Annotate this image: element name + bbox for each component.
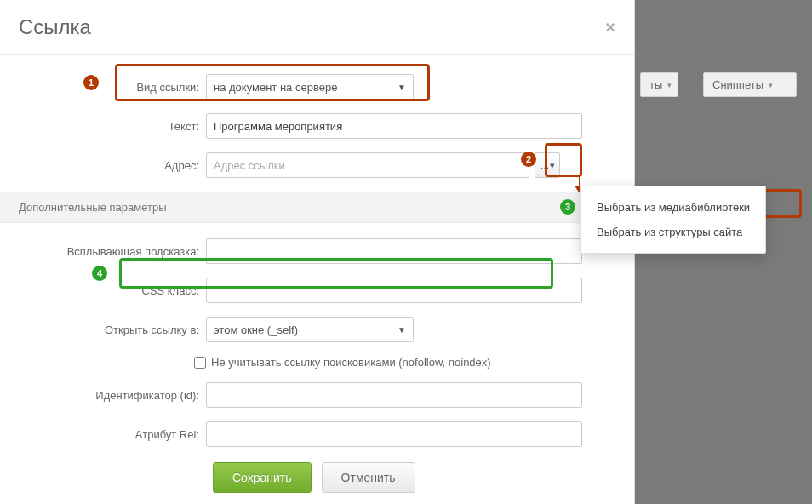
- input-text[interactable]: [206, 113, 582, 139]
- chevron-down-icon: ▾: [667, 81, 672, 89]
- ellipsis-icon: …▾: [540, 160, 555, 171]
- select-value: на документ на сервере: [214, 81, 337, 94]
- callout-badge-2: 2: [521, 152, 536, 167]
- select-open-in[interactable]: этом окне (_self) ▼: [206, 317, 414, 342]
- callout-badge-4: 4: [92, 266, 107, 281]
- chevron-down-icon: ▼: [397, 83, 406, 92]
- label-address: Адрес:: [19, 159, 206, 172]
- select-value: этом окне (_self): [214, 324, 298, 336]
- input-tooltip[interactable]: [206, 238, 582, 264]
- checkbox-nofollow[interactable]: [194, 357, 206, 369]
- label-nofollow: Не учитывать ссылку поисковиками (nofoll…: [211, 356, 491, 369]
- input-rel[interactable]: [206, 421, 582, 447]
- toolbar-button-snippets[interactable]: Сниппеты ▾: [703, 72, 797, 97]
- input-id[interactable]: [206, 382, 582, 408]
- toolbar-button-label: Сниппеты: [712, 78, 763, 91]
- label-id: Идентификатор (id):: [19, 389, 206, 402]
- section-header-additional: Дополнительные параметры: [0, 192, 634, 223]
- browse-dropdown: Выбрать из медиабиблиотеки Выбрать из ст…: [580, 186, 766, 254]
- callout-badge-3: 3: [560, 199, 575, 215]
- dropdown-item-medialibrary[interactable]: Выбрать из медиабиблиотеки: [581, 195, 765, 220]
- close-icon[interactable]: ×: [605, 18, 615, 37]
- label-text: Текст:: [19, 120, 206, 133]
- label-open-in: Открыть ссылку в:: [19, 324, 206, 336]
- label-rel: Атрибут Rel:: [19, 428, 206, 441]
- chevron-down-icon: ▾: [769, 81, 773, 89]
- toolbar-button-label: ты: [649, 78, 662, 91]
- browse-button[interactable]: …▾: [535, 152, 560, 178]
- chevron-down-icon: ▼: [397, 325, 406, 335]
- label-css-class: CSS класс:: [19, 284, 206, 297]
- dialog-title: Ссылка: [19, 15, 91, 39]
- dropdown-item-sitestructure[interactable]: Выбрать из структуры сайта: [581, 220, 765, 244]
- dialog-header: Ссылка ×: [0, 0, 634, 55]
- input-address[interactable]: [206, 152, 529, 178]
- save-button[interactable]: Сохранить: [213, 462, 312, 493]
- cancel-button[interactable]: Отменить: [322, 462, 415, 493]
- label-link-type: Вид ссылки:: [19, 81, 206, 94]
- select-link-type[interactable]: на документ на сервере ▼: [206, 74, 414, 100]
- toolbar-button-partial[interactable]: ты ▾: [640, 72, 678, 97]
- label-tooltip: Всплывающая подсказка:: [19, 245, 206, 258]
- callout-badge-1: 1: [83, 75, 99, 90]
- input-css-class[interactable]: [206, 278, 582, 303]
